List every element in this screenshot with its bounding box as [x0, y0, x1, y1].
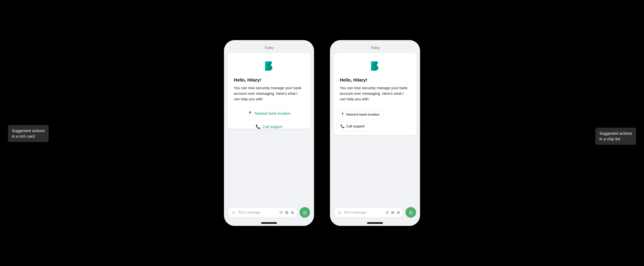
- rich-card-1: Hello, Hilary! You can now securely mana…: [228, 53, 310, 129]
- annotation-chip-list: Suggested actions in a chip list: [595, 128, 636, 145]
- voice-icon-2: |||: [409, 210, 412, 215]
- input-area-2[interactable]: ☺ RCS message ↺ ⊞ ⊕: [334, 208, 403, 217]
- chip-location-icon: 📍: [340, 112, 345, 116]
- phone2-background: Today: [330, 40, 420, 226]
- chip-nearest-bank[interactable]: 📍 Nearest bank location: [336, 110, 383, 119]
- plus-icon-2[interactable]: ⊕: [397, 210, 400, 215]
- input-icons-2: ↺ ⊞ ⊕: [385, 210, 400, 215]
- refresh-icon-1[interactable]: ↺: [279, 210, 283, 215]
- refresh-icon-2[interactable]: ↺: [385, 210, 389, 215]
- image-icon-2[interactable]: ⊞: [391, 210, 394, 215]
- card-title-1: Hello, Hilary!: [234, 77, 304, 83]
- phone-chip-list: Today: [330, 40, 420, 226]
- phone1-background: Today: [224, 40, 314, 226]
- rcs-placeholder-1: RCS message: [238, 210, 277, 214]
- emoji-icon-1[interactable]: ☺: [231, 210, 236, 215]
- card-body-1: Hello, Hilary! You can now securely mana…: [228, 53, 310, 102]
- bottom-bar-2: ☺ RCS message ↺ ⊞ ⊕ |||: [330, 204, 420, 220]
- action-nearest-bank-label: Nearest bank location: [254, 111, 290, 116]
- chip-phone-icon: 📞: [340, 124, 345, 128]
- chip-call-support[interactable]: 📞 Call support: [336, 122, 368, 131]
- bank-logo-1: [234, 59, 304, 73]
- phone-rich-card: Today: [224, 40, 314, 226]
- card-body-text-2: You can now securely manage your bank ac…: [340, 85, 410, 102]
- card-actions-1: 📍 Nearest bank location 📞 Call support: [228, 107, 310, 129]
- phone-icon: 📞: [256, 124, 260, 129]
- card-body-2: Hello, Hilary! You can now securely mana…: [334, 53, 416, 102]
- card-body-text-1: You can now securely manage your bank ac…: [234, 85, 304, 102]
- annotation-rich-card: Suggested actions in a rich card: [8, 125, 49, 142]
- b-logo-icon: [262, 59, 276, 73]
- location-icon: 📍: [248, 111, 252, 116]
- timestamp-2: Today: [330, 40, 420, 53]
- voice-button-2[interactable]: |||: [406, 207, 416, 218]
- voice-icon-1: |||: [303, 210, 306, 215]
- input-area-1[interactable]: ☺ RCS message ↺ ⊞ ⊕: [228, 208, 297, 217]
- main-scene: Suggested actions in a rich card Today: [0, 0, 644, 266]
- home-bar-2: [367, 222, 383, 224]
- plus-icon-1[interactable]: ⊕: [291, 210, 294, 215]
- b-logo-icon-2: [368, 59, 382, 73]
- action-nearest-bank[interactable]: 📍 Nearest bank location: [228, 107, 310, 120]
- emoji-icon-2[interactable]: ☺: [337, 210, 342, 215]
- timestamp-1: Today: [224, 40, 314, 53]
- rcs-placeholder-2: RCS message: [344, 210, 383, 214]
- chip-nearest-bank-label: Nearest bank location: [346, 112, 380, 116]
- chip-actions-2: 📍 Nearest bank location 📞 Call support: [334, 107, 416, 135]
- home-bar-1: [261, 222, 277, 224]
- bank-logo-2: [340, 59, 410, 73]
- voice-button-1[interactable]: |||: [300, 207, 310, 218]
- chip-call-support-label: Call support: [346, 124, 365, 128]
- input-icons-1: ↺ ⊞ ⊕: [279, 210, 294, 215]
- bottom-bar-1: ☺ RCS message ↺ ⊞ ⊕ |||: [224, 204, 314, 220]
- image-icon-1[interactable]: ⊞: [285, 210, 288, 215]
- action-call-support[interactable]: 📞 Call support: [228, 120, 310, 129]
- card-title-2: Hello, Hilary!: [340, 77, 410, 83]
- action-call-support-label: Call support: [263, 125, 282, 129]
- chip-card-2: Hello, Hilary! You can now securely mana…: [334, 53, 416, 135]
